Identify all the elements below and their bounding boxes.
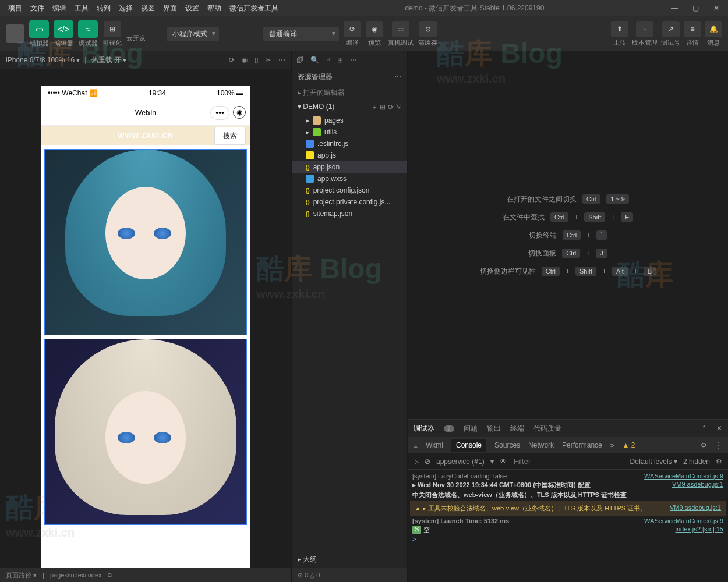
version-button[interactable]: ⑂: [636, 21, 653, 37]
menu-item[interactable]: 转到: [93, 2, 114, 15]
phone-simulator[interactable]: ••••• WeChat 📶19:34100% ▬ Weixin •••◉ WW…: [41, 86, 250, 568]
menu-item[interactable]: 设置: [182, 2, 203, 15]
maximize-icon[interactable]: ▢: [688, 1, 702, 15]
time: 19:34: [149, 89, 166, 97]
eye-icon[interactable]: 👁: [500, 457, 507, 466]
more-icon[interactable]: ⋯: [278, 56, 285, 64]
label: 详情: [686, 38, 699, 47]
file-privateconfig[interactable]: project.private.config.js...: [292, 196, 407, 208]
file-sitemap[interactable]: sitemap.json: [292, 208, 407, 219]
label: 调试器: [79, 39, 98, 48]
outline-section[interactable]: ▸ 大纲: [292, 551, 407, 568]
hot-reload-toggle[interactable]: 热重载 开 ▾: [91, 55, 127, 65]
gear-icon[interactable]: ⚙: [716, 457, 722, 466]
menu-item[interactable]: 微信开发者工具: [226, 2, 282, 15]
page-path-label[interactable]: 页面路径 ▾: [6, 571, 37, 580]
test-button[interactable]: ↗: [662, 21, 680, 37]
folder-pages[interactable]: ▸ pages: [292, 115, 407, 126]
detail-button[interactable]: ≡: [684, 21, 701, 37]
more-tabs-icon[interactable]: »: [610, 441, 614, 449]
tab-problems[interactable]: 问题: [464, 424, 478, 434]
device-select[interactable]: iPhone 6/7/8 100% 16 ▾: [6, 56, 80, 64]
tab-terminal[interactable]: 终端: [510, 424, 524, 434]
capsule-menu-icon[interactable]: •••: [210, 106, 229, 120]
opened-editors[interactable]: ▸ 打开的编辑器: [292, 86, 407, 100]
upload-button[interactable]: ⬆: [611, 21, 628, 37]
compile-select[interactable]: 普通编译: [263, 27, 339, 41]
file-projectconfig[interactable]: project.config.json: [292, 184, 407, 196]
image-result[interactable]: [44, 339, 247, 525]
editor-button[interactable]: </>: [54, 20, 73, 38]
image-result[interactable]: [44, 149, 247, 335]
context-select[interactable]: appservice (#1): [436, 457, 485, 466]
capsule-close-icon[interactable]: ◉: [233, 106, 246, 119]
menu-item[interactable]: 文件: [27, 2, 48, 15]
clear-icon[interactable]: ⊘: [425, 457, 430, 466]
clear-cache-button[interactable]: ⊜: [419, 21, 437, 37]
minimize-icon[interactable]: —: [667, 1, 681, 15]
compile-button[interactable]: ⟳: [344, 21, 361, 37]
tab-console[interactable]: Console: [451, 439, 486, 452]
label: 真机调试: [388, 38, 414, 47]
cut-icon[interactable]: ✂: [266, 56, 271, 64]
close-icon[interactable]: ✕: [709, 1, 723, 15]
chevron-up-icon[interactable]: ⌃: [701, 424, 707, 432]
menu-item[interactable]: 项目: [5, 2, 26, 15]
problems-status[interactable]: ⊘ 0 △ 0: [298, 572, 320, 579]
menu-item[interactable]: 视图: [137, 2, 158, 15]
extensions-icon[interactable]: ⊞: [337, 56, 343, 64]
record-icon[interactable]: ◉: [242, 56, 248, 64]
menu-item[interactable]: 工具: [71, 2, 92, 15]
tab-quality[interactable]: 代码质量: [533, 424, 561, 434]
watermark-text: WWW.ZXKI.CN: [118, 132, 174, 140]
refresh-icon[interactable]: ⟳: [229, 56, 235, 64]
console-prompt[interactable]: >: [412, 535, 416, 542]
device-icon[interactable]: ▯: [255, 56, 259, 64]
tab-wxml[interactable]: Wxml: [426, 441, 443, 449]
kebab-icon[interactable]: ⋮: [715, 441, 722, 449]
close-panel-icon[interactable]: ✕: [716, 424, 722, 432]
menu-item[interactable]: 编辑: [49, 2, 70, 15]
levels-select[interactable]: Default levels ▾: [630, 457, 677, 466]
message-button[interactable]: 🔔: [705, 21, 722, 37]
file-eslintrc[interactable]: .eslintrc.js: [292, 138, 407, 150]
mode-select[interactable]: 小程序模式: [167, 27, 219, 41]
menu-item[interactable]: 帮助: [204, 2, 225, 15]
tab-network[interactable]: Network: [528, 441, 554, 449]
visual-button[interactable]: ⊞: [104, 21, 121, 37]
tab-performance[interactable]: Performance: [562, 441, 602, 449]
label: 测试号: [661, 38, 680, 47]
tab-output[interactable]: 输出: [487, 424, 501, 434]
explorer-icon[interactable]: 🗐: [296, 56, 303, 64]
cloud-dev[interactable]: 云开发: [126, 34, 146, 42]
label: 清缓存: [418, 38, 437, 47]
file-appwxss[interactable]: app.wxss: [292, 173, 407, 184]
explorer-more-icon[interactable]: ⋯: [394, 72, 401, 82]
hidden-count[interactable]: 2 hidden: [683, 457, 710, 466]
debugger-button[interactable]: ≈: [78, 20, 98, 38]
folder-utils[interactable]: ▸ utils: [292, 126, 407, 138]
more-icon[interactable]: ⋯: [350, 56, 357, 64]
simulator-button[interactable]: ▭: [29, 20, 49, 38]
file-appjson[interactable]: app.json: [292, 161, 407, 173]
search-icon[interactable]: 🔍: [310, 56, 319, 64]
menu-item[interactable]: 选择: [115, 2, 136, 15]
console-output[interactable]: [system] LazyCodeLoading: falseWAService…: [408, 470, 728, 582]
remote-debug-button[interactable]: ⚏: [392, 21, 409, 37]
project-root[interactable]: ▾ DEMO (1) ＋ ⊞ ⟳ ⇲: [292, 100, 407, 115]
avatar[interactable]: [6, 24, 24, 43]
tab-debugger[interactable]: 调试器: [414, 424, 434, 434]
copy-icon[interactable]: ⧉: [108, 572, 112, 579]
settings-icon[interactable]: ⚙: [701, 441, 707, 449]
play-icon[interactable]: ▷: [414, 457, 419, 466]
page-title: Weixin: [135, 109, 156, 117]
file-appjs[interactable]: app.js: [292, 150, 407, 161]
tab-sources[interactable]: Sources: [494, 441, 520, 449]
preview-button[interactable]: ◉: [366, 21, 383, 37]
filter-input[interactable]: [513, 456, 624, 467]
badge: 2: [444, 425, 454, 432]
menu-item[interactable]: 界面: [160, 2, 181, 15]
inspect-icon[interactable]: ⟁: [414, 441, 418, 449]
search-button[interactable]: 搜索: [214, 127, 246, 145]
git-icon[interactable]: ⑂: [326, 56, 330, 64]
